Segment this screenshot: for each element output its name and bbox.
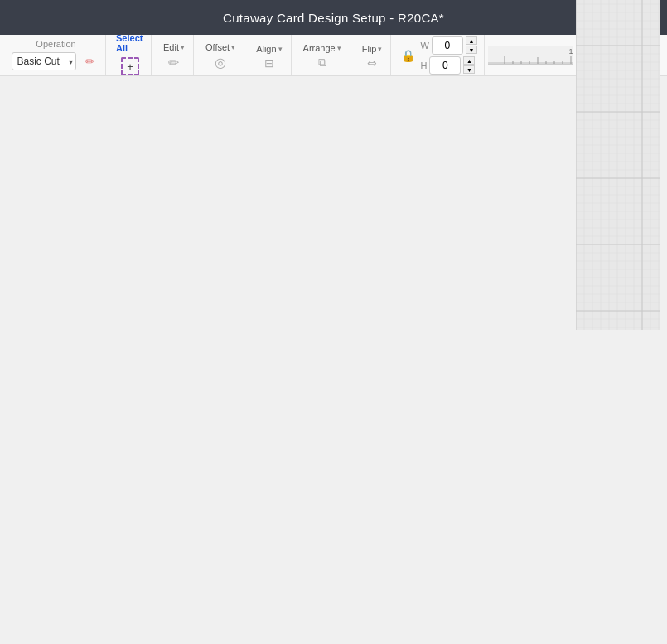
operation-section: Operation Basic Cut ✏ — [7, 35, 106, 75]
lock-icon: 🔒 — [401, 49, 415, 62]
arrange-icon: ⧉ — [318, 56, 326, 70]
align-icon: ⊟ — [264, 56, 274, 70]
size-h-down[interactable]: ▼ — [463, 65, 475, 74]
operation-select[interactable]: Basic Cut — [12, 52, 76, 70]
ruler — [488, 46, 573, 65]
app-title: Cutaway Card Design Setup - R20CA* — [223, 11, 444, 25]
size-w-down[interactable]: ▼ — [466, 46, 477, 54]
align-section: Align ▾ ⊟ — [248, 35, 291, 75]
size-h-up[interactable]: ▲ — [463, 56, 475, 65]
offset-section: Offset ▾ ◎ — [197, 35, 244, 75]
flip-section: Flip ▾ ⇔ — [354, 35, 392, 75]
align-button[interactable]: Align ▾ — [253, 41, 285, 56]
size-w-row: W ▲ ▼ — [420, 36, 476, 55]
offset-chevron-icon: ▾ — [231, 43, 235, 51]
size-h-spinner: ▲ ▼ — [463, 56, 475, 74]
plus-icon: + — [127, 61, 133, 72]
select-all-icon: + — [121, 57, 139, 75]
flip-chevron-icon: ▾ — [378, 45, 382, 53]
flip-button[interactable]: Flip ▾ — [359, 41, 386, 56]
size-h-row: H ▲ ▼ — [420, 56, 476, 75]
arrange-button[interactable]: Arrange ▾ — [300, 41, 345, 56]
grid-canvas — [576, 0, 660, 330]
size-h-label: H — [420, 61, 427, 70]
edit-pencil-icon: ✏ — [168, 55, 179, 70]
size-section: 🔒 W ▲ ▼ H ▲ ▼ — [394, 35, 484, 75]
align-label: Align — [256, 44, 276, 54]
edit-chevron-icon: ▾ — [181, 43, 185, 51]
pencil-icon: ✏ — [85, 55, 95, 68]
operation-label: Operation — [36, 39, 75, 49]
size-w-spinner: ▲ ▼ — [466, 36, 477, 54]
size-h-input[interactable] — [429, 56, 461, 75]
arrange-chevron-icon: ▾ — [337, 44, 341, 52]
edit-button[interactable]: Edit ▾ — [160, 40, 188, 55]
ruler-canvas — [488, 46, 573, 64]
flip-label: Flip — [362, 44, 377, 54]
offset-icon: ◎ — [215, 55, 226, 70]
offset-button[interactable]: Offset ▾ — [202, 40, 239, 55]
offset-label: Offset — [205, 42, 230, 52]
select-all-button[interactable]: + — [116, 55, 144, 77]
size-w-up[interactable]: ▲ — [466, 36, 477, 45]
edit-section: Edit ▾ ✏ — [155, 35, 194, 75]
arrange-label: Arrange — [303, 43, 336, 53]
edit-label: Edit — [163, 42, 179, 52]
canvas-area[interactable] — [576, 0, 660, 330]
edit-operation-button[interactable]: ✏ — [80, 51, 101, 72]
size-inputs: W ▲ ▼ H ▲ ▼ — [420, 36, 476, 75]
select-all-label: Select All — [116, 33, 144, 53]
size-w-label: W — [420, 41, 428, 51]
arrange-section: Arrange ▾ ⧉ — [295, 35, 350, 75]
size-w-input[interactable] — [432, 36, 463, 55]
title-bar: Cutaway Card Design Setup - R20CA* — [0, 0, 667, 35]
toolbar: Operation Basic Cut ✏ Select All + Edit … — [0, 35, 667, 76]
align-chevron-icon: ▾ — [278, 45, 283, 53]
select-all-section: Select All + — [109, 35, 152, 75]
flip-icon: ⇔ — [367, 56, 377, 70]
operation-select-wrap[interactable]: Basic Cut — [12, 52, 76, 70]
